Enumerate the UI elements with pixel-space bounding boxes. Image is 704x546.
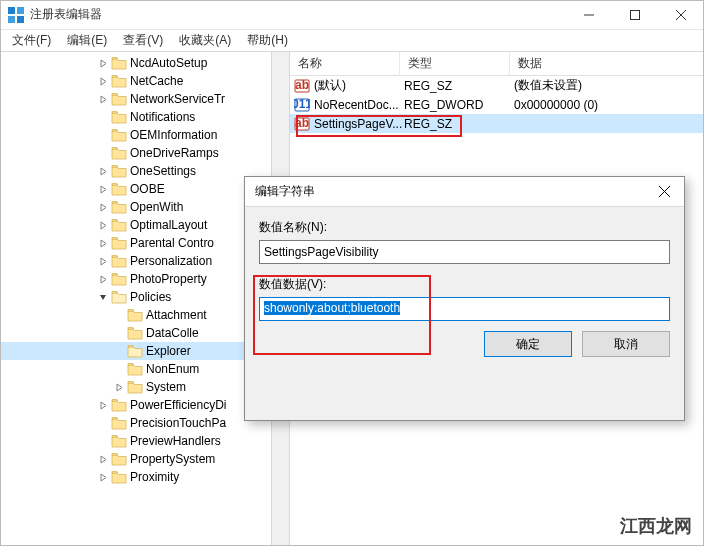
- value-row[interactable]: 011NoRecentDoc...REG_DWORD0x00000000 (0): [290, 95, 704, 114]
- tree-label: Proximity: [130, 470, 179, 484]
- value-name-input[interactable]: [259, 240, 670, 264]
- tree-node[interactable]: PropertySystem: [0, 450, 289, 468]
- dialog-close-button[interactable]: [644, 177, 684, 207]
- svg-rect-3: [17, 16, 24, 23]
- svg-text:ab: ab: [295, 116, 309, 130]
- expander-icon[interactable]: [112, 362, 126, 376]
- value-data-text: showonly:about;bluetooth: [264, 301, 400, 315]
- value-row[interactable]: abSettingsPageV...REG_SZ: [290, 114, 704, 133]
- folder-icon: [111, 128, 127, 142]
- folder-icon: [111, 146, 127, 160]
- menu-help[interactable]: 帮助(H): [239, 30, 296, 51]
- expander-icon[interactable]: [96, 182, 110, 196]
- binary-value-icon: 011: [294, 97, 310, 113]
- expander-icon[interactable]: [112, 308, 126, 322]
- value-row[interactable]: ab(默认)REG_SZ(数值未设置): [290, 76, 704, 95]
- tree-label: NcdAutoSetup: [130, 56, 207, 70]
- value-name: NoRecentDoc...: [314, 98, 404, 112]
- tree-label: OptimalLayout: [130, 218, 207, 232]
- values-list[interactable]: ab(默认)REG_SZ(数值未设置)011NoRecentDoc...REG_…: [290, 76, 704, 133]
- tree-node[interactable]: OneDriveRamps: [0, 144, 289, 162]
- close-button[interactable]: [658, 0, 704, 30]
- folder-icon: [111, 290, 127, 304]
- minimize-button[interactable]: [566, 0, 612, 30]
- tree-label: OEMInformation: [130, 128, 217, 142]
- expander-icon[interactable]: [96, 290, 110, 304]
- expander-icon[interactable]: [96, 200, 110, 214]
- value-type: REG_SZ: [404, 117, 514, 131]
- expander-icon[interactable]: [96, 56, 110, 70]
- ok-button[interactable]: 确定: [484, 331, 572, 357]
- tree-label: System: [146, 380, 186, 394]
- tree-node[interactable]: NetworkServiceTr: [0, 90, 289, 108]
- value-data: (数值未设置): [514, 77, 704, 94]
- window-title: 注册表编辑器: [30, 6, 566, 23]
- expander-icon[interactable]: [96, 272, 110, 286]
- expander-icon[interactable]: [96, 452, 110, 466]
- value-name-label: 数值名称(N):: [259, 219, 670, 236]
- tree-label: PrecisionTouchPa: [130, 416, 226, 430]
- value-data: 0x00000000 (0): [514, 98, 704, 112]
- folder-icon: [127, 380, 143, 394]
- folder-icon: [127, 326, 143, 340]
- regedit-app-icon: [8, 7, 24, 23]
- tree-label: Attachment: [146, 308, 207, 322]
- tree-label: PhotoProperty: [130, 272, 207, 286]
- menu-view[interactable]: 查看(V): [115, 30, 171, 51]
- tree-node[interactable]: Proximity: [0, 468, 289, 486]
- folder-icon: [111, 254, 127, 268]
- tree-node[interactable]: NcdAutoSetup: [0, 54, 289, 72]
- expander-icon[interactable]: [112, 380, 126, 394]
- svg-rect-5: [631, 10, 640, 19]
- expander-icon[interactable]: [96, 218, 110, 232]
- menubar: 文件(F) 编辑(E) 查看(V) 收藏夹(A) 帮助(H): [0, 30, 704, 52]
- expander-icon[interactable]: [96, 470, 110, 484]
- expander-icon[interactable]: [112, 344, 126, 358]
- folder-icon: [111, 452, 127, 466]
- tree-label: NetCache: [130, 74, 183, 88]
- expander-icon[interactable]: [96, 74, 110, 88]
- folder-icon: [111, 236, 127, 250]
- column-name[interactable]: 名称: [290, 51, 400, 76]
- svg-rect-2: [8, 16, 15, 23]
- folder-icon: [111, 110, 127, 124]
- tree-label: Notifications: [130, 110, 195, 124]
- column-type[interactable]: 类型: [400, 51, 510, 76]
- expander-icon[interactable]: [96, 92, 110, 106]
- folder-icon: [111, 416, 127, 430]
- tree-label: OneSettings: [130, 164, 196, 178]
- tree-node[interactable]: Notifications: [0, 108, 289, 126]
- tree-node[interactable]: PreviewHandlers: [0, 432, 289, 450]
- expander-icon[interactable]: [96, 434, 110, 448]
- expander-icon[interactable]: [96, 146, 110, 160]
- cancel-button[interactable]: 取消: [582, 331, 670, 357]
- values-header: 名称 类型 数据: [290, 52, 704, 76]
- expander-icon[interactable]: [96, 110, 110, 124]
- tree-label: Personalization: [130, 254, 212, 268]
- tree-label: Parental Contro: [130, 236, 214, 250]
- value-name: (默认): [314, 77, 404, 94]
- folder-icon: [111, 74, 127, 88]
- tree-label: OpenWith: [130, 200, 183, 214]
- menu-favorites[interactable]: 收藏夹(A): [171, 30, 239, 51]
- value-data-input[interactable]: showonly:about;bluetooth: [259, 297, 670, 321]
- maximize-button[interactable]: [612, 0, 658, 30]
- expander-icon[interactable]: [96, 254, 110, 268]
- expander-icon[interactable]: [96, 398, 110, 412]
- folder-icon: [111, 398, 127, 412]
- expander-icon[interactable]: [96, 416, 110, 430]
- expander-icon[interactable]: [96, 128, 110, 142]
- menu-edit[interactable]: 编辑(E): [59, 30, 115, 51]
- tree-label: PowerEfficiencyDi: [130, 398, 226, 412]
- tree-label: NonEnum: [146, 362, 199, 376]
- menu-file[interactable]: 文件(F): [4, 30, 59, 51]
- expander-icon[interactable]: [112, 326, 126, 340]
- folder-icon: [111, 200, 127, 214]
- edit-string-dialog: 编辑字符串 数值名称(N): 数值数据(V): showonly:about;b…: [244, 176, 685, 421]
- tree-node[interactable]: OEMInformation: [0, 126, 289, 144]
- column-data[interactable]: 数据: [510, 51, 704, 76]
- tree-node[interactable]: NetCache: [0, 72, 289, 90]
- expander-icon[interactable]: [96, 236, 110, 250]
- expander-icon[interactable]: [96, 164, 110, 178]
- tree-label: Policies: [130, 290, 171, 304]
